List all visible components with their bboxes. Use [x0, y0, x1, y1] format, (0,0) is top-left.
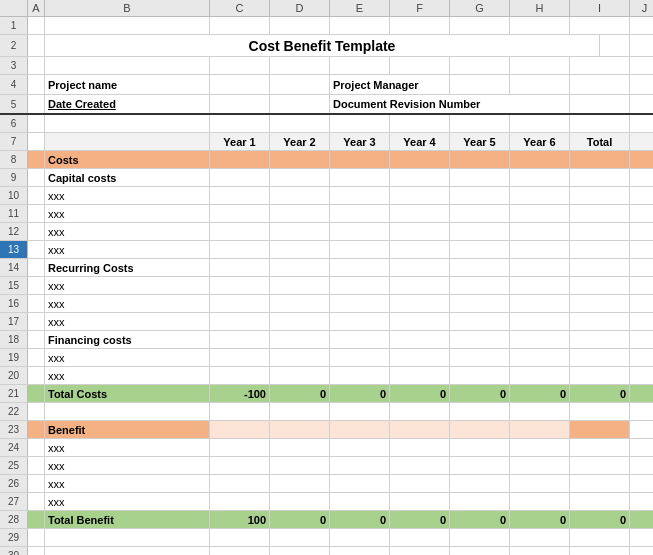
cell-4i[interactable]: [630, 75, 653, 94]
cell-1d[interactable]: [270, 17, 330, 34]
row-num-3: 3: [0, 57, 28, 74]
cell-1b[interactable]: [45, 17, 210, 34]
row-30: 30: [0, 547, 653, 555]
cell-1i[interactable]: [570, 17, 630, 34]
row-num-18: 18: [0, 331, 28, 348]
cell-1f[interactable]: [390, 17, 450, 34]
cell-7f: Year 4: [390, 133, 450, 150]
cell-5d[interactable]: [270, 95, 330, 113]
cell-6e[interactable]: [330, 115, 390, 132]
cell-28h: 0: [510, 511, 570, 528]
cell-9f[interactable]: [390, 169, 450, 186]
row-num-26: 26: [0, 475, 28, 492]
row-num-19: 19: [0, 349, 28, 366]
row-13: 13 xxx: [0, 241, 653, 259]
cell-4g[interactable]: [510, 75, 570, 94]
cell-9j[interactable]: [630, 169, 653, 186]
cell-6g[interactable]: [450, 115, 510, 132]
cell-7c: Year 1: [210, 133, 270, 150]
cell-21d: 0: [270, 385, 330, 402]
cell-2a[interactable]: [28, 35, 45, 56]
cell-10a[interactable]: [28, 187, 45, 204]
cell-8f[interactable]: [390, 151, 450, 168]
cell-8i[interactable]: [570, 151, 630, 168]
cell-3a[interactable]: [28, 57, 45, 74]
row-num-11: 11: [0, 205, 28, 222]
cell-1g[interactable]: [450, 17, 510, 34]
cell-19b: xxx: [45, 349, 210, 366]
cell-6h[interactable]: [510, 115, 570, 132]
cell-5g[interactable]: [570, 95, 630, 113]
cell-4h[interactable]: [570, 75, 630, 94]
cell-26b: xxx: [45, 475, 210, 492]
cell-8j[interactable]: [630, 151, 653, 168]
row-num-24: 24: [0, 439, 28, 456]
cell-1h[interactable]: [510, 17, 570, 34]
row-2: 2 Cost Benefit Template: [0, 35, 653, 57]
cell-9d[interactable]: [270, 169, 330, 186]
row-num-9: 9: [0, 169, 28, 186]
row-4: 4 Project name Project Manager: [0, 75, 653, 95]
cell-21e: 0: [330, 385, 390, 402]
cell-3g[interactable]: [450, 57, 510, 74]
cell-1a[interactable]: [28, 17, 45, 34]
cell-3j[interactable]: [630, 57, 653, 74]
cell-1e[interactable]: [330, 17, 390, 34]
row-25: 25 xxx: [0, 457, 653, 475]
cell-9g[interactable]: [450, 169, 510, 186]
cell-9e[interactable]: [330, 169, 390, 186]
spreadsheet: A B C D E F G H I J 1 2 Cost Benefit Tem…: [0, 0, 653, 555]
cell-11b: xxx: [45, 205, 210, 222]
cell-6c[interactable]: [210, 115, 270, 132]
cell-9c[interactable]: [210, 169, 270, 186]
cell-3c[interactable]: [210, 57, 270, 74]
cell-4a[interactable]: [28, 75, 45, 94]
cell-6f[interactable]: [390, 115, 450, 132]
cell-1c[interactable]: [210, 17, 270, 34]
cell-6i[interactable]: [570, 115, 630, 132]
cell-3e[interactable]: [330, 57, 390, 74]
cell-5a[interactable]: [28, 95, 45, 113]
row-num-23: 23: [0, 421, 28, 438]
cell-4d[interactable]: [270, 75, 330, 94]
cell-9a[interactable]: [28, 169, 45, 186]
cell-6d[interactable]: [270, 115, 330, 132]
cell-8c[interactable]: [210, 151, 270, 168]
cell-3b[interactable]: [45, 57, 210, 74]
cell-3d[interactable]: [270, 57, 330, 74]
row-num-1: 1: [0, 17, 28, 34]
col-header-h: H: [510, 0, 570, 16]
cell-5c[interactable]: [210, 95, 270, 113]
cell-8h[interactable]: [510, 151, 570, 168]
cell-28i: 0: [570, 511, 630, 528]
cell-8g[interactable]: [450, 151, 510, 168]
row-15: 15 xxx: [0, 277, 653, 295]
cell-6a[interactable]: [28, 115, 45, 132]
cell-21h: 0: [510, 385, 570, 402]
row-19: 19 xxx: [0, 349, 653, 367]
cell-4c[interactable]: [210, 75, 270, 94]
cell-6b[interactable]: [45, 115, 210, 132]
cell-7a[interactable]: [28, 133, 45, 150]
col-header-a: A: [28, 0, 45, 16]
cell-2j[interactable]: [600, 35, 630, 56]
row-num-14: 14: [0, 259, 28, 276]
cell-8e[interactable]: [330, 151, 390, 168]
cell-5b-label: Date Created: [45, 95, 210, 113]
cell-7b: [45, 133, 210, 150]
cell-10c[interactable]: [210, 187, 270, 204]
row-num-27: 27: [0, 493, 28, 510]
cell-20b: xxx: [45, 367, 210, 384]
cell-5h[interactable]: [630, 95, 653, 113]
row-14: 14 Recurring Costs: [0, 259, 653, 277]
cell-9h[interactable]: [510, 169, 570, 186]
cell-3h[interactable]: [510, 57, 570, 74]
cell-3i[interactable]: [570, 57, 630, 74]
cell-8a[interactable]: [28, 151, 45, 168]
cell-4f[interactable]: [450, 75, 510, 94]
cell-8d[interactable]: [270, 151, 330, 168]
cell-6j[interactable]: [630, 115, 653, 132]
cell-3f[interactable]: [390, 57, 450, 74]
cell-9i[interactable]: [570, 169, 630, 186]
cell-1j[interactable]: [630, 17, 653, 34]
